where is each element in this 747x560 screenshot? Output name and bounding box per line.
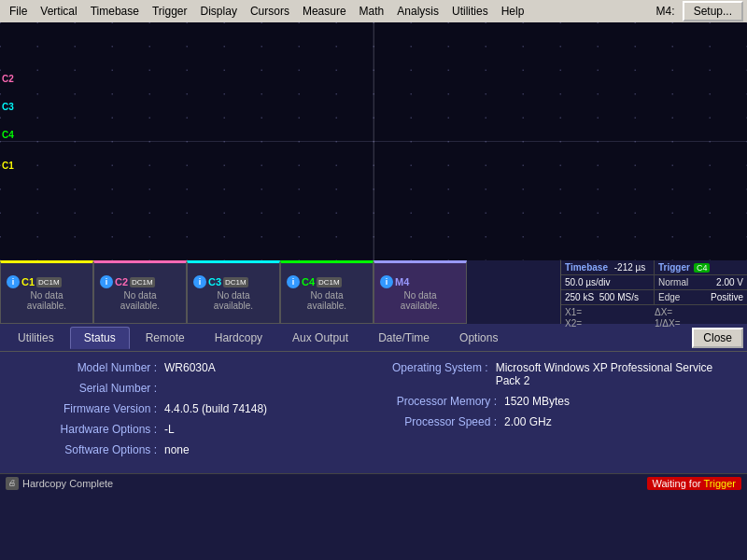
x2-label: X2= [565,318,654,329]
center-vertical-line [374,22,374,259]
waiting-trigger-badge: Waiting for Trigger [647,477,741,490]
proc-speed-label: Processor Speed : [374,415,504,428]
trigger-type: Edge [658,292,680,302]
ch4-info-icon[interactable]: i [287,275,300,288]
ch4-name: C4 [302,276,315,287]
ch3-box: i C3 DC1M No dataavailable. [187,260,280,324]
ch3-name: C3 [208,276,221,287]
trigger-header: Trigger [658,262,690,273]
m4-info-icon[interactable]: i [380,275,393,288]
hardcopy-icon: 🖨 [6,477,19,490]
hardcopy-complete-text: Hardcopy Complete [22,478,113,489]
m4-label: M4: [651,3,681,20]
tab-date-time[interactable]: Date/Time [364,327,444,349]
delta-x-label: ΔX= [655,307,743,317]
ch1-label: C1 [2,161,14,171]
ch2-info-icon[interactable]: i [100,275,113,288]
ch3-label: C3 [2,102,14,112]
hw-options-label: Hardware Options : [15,423,164,436]
ch4-box: i C4 DC1M No dataavailable. [280,260,374,324]
tab-hardcopy[interactable]: Hardcopy [201,327,276,349]
ch1-badge: DC1M [36,277,62,287]
tab-aux-output[interactable]: Aux Output [278,327,362,349]
trigger-label: Trigger [704,478,736,489]
ch1-no-data: No dataavailable. [27,290,66,311]
waiting-label: Waiting for [653,478,701,489]
menu-analysis[interactable]: Analysis [391,3,444,20]
timebase-value: -212 µs [614,262,646,273]
ch2-badge: DC1M [130,277,155,287]
tab-utilities[interactable]: Utilities [4,327,68,349]
proc-speed-value: 2.00 GHz [504,415,552,428]
proc-mem-value: 1520 MBytes [504,395,570,408]
ch2-no-data: No dataavailable. [120,290,160,311]
trigger-ch-badge: C4 [694,263,711,273]
trigger-slope: Positive [711,292,743,302]
trigger-voltage: 2.00 V [716,277,743,287]
menu-help[interactable]: Help [496,3,530,20]
ch3-badge: DC1M [223,277,248,287]
model-value: WR6030A [164,361,216,374]
ch2-name: C2 [115,276,128,287]
ch1-box: i C1 DC1M No dataavailable. [0,260,93,324]
os-value: Microsoft Windows XP Professional Servic… [496,361,732,387]
menu-display[interactable]: Display [195,3,243,20]
m4-channel-box: i M4 No dataavailable. [374,260,467,324]
setup-button[interactable]: Setup... [683,1,743,21]
sample-rate: 250 kS 500 MS/s [561,290,655,304]
ch4-no-data: No dataavailable. [307,290,346,311]
channel-bar: i C1 DC1M No dataavailable. i C2 DC1M No… [0,260,747,324]
ch1-info-icon[interactable]: i [7,275,20,288]
tab-status[interactable]: Status [70,327,130,349]
menu-math[interactable]: Math [354,3,390,20]
tab-remote[interactable]: Remote [132,327,199,349]
oscilloscope-display: C2 C3 C4 C1 [0,22,747,260]
ch2-box: i C2 DC1M No dataavailable. [93,260,187,324]
trigger-normal: Normal [658,277,688,287]
model-label: Model Number : [15,361,164,374]
status-panel: Model Number : WR6030A Serial Number : F… [0,352,747,473]
sw-options-label: Software Options : [15,443,164,456]
ch3-no-data: No dataavailable. [214,290,253,311]
timebase-header: Timebase [565,262,608,273]
sw-options-value: none [164,443,190,456]
menu-cursors[interactable]: Cursors [245,3,295,20]
timebase-div: 50.0 µs/div [561,275,655,289]
menu-utilities[interactable]: Utilities [446,3,494,20]
close-button[interactable]: Close [692,328,743,348]
x1-label: X1= [565,307,654,317]
menu-file[interactable]: File [4,3,33,20]
ch2-label: C2 [2,74,14,84]
menu-timebase[interactable]: Timebase [85,3,145,20]
proc-mem-label: Processor Memory : [374,395,504,408]
m4-no-data: No dataavailable. [401,290,440,311]
firmware-label: Firmware Version : [15,402,164,415]
serial-label: Serial Number : [15,382,164,395]
status-bar: 🖨 Hardcopy Complete Waiting for Trigger [0,473,747,492]
menu-trigger[interactable]: Trigger [147,3,193,20]
ch4-badge: DC1M [317,277,342,287]
tab-options[interactable]: Options [445,327,512,349]
ch4-label: C4 [2,130,14,140]
m4-name: M4 [395,276,409,287]
menu-measure[interactable]: Measure [297,3,352,20]
os-label: Operating System : [374,361,496,387]
menu-vertical[interactable]: Vertical [35,3,82,20]
hw-options-value: -L [164,423,175,436]
menu-bar: File Vertical Timebase Trigger Display C… [0,0,747,22]
ch1-name: C1 [21,276,35,287]
firmware-value: 4.4.0.5 (build 74148) [164,402,267,415]
measurement-panel: Timebase -212 µs Trigger C4 50.0 µs/div … [560,260,747,324]
ch3-info-icon[interactable]: i [193,275,206,288]
